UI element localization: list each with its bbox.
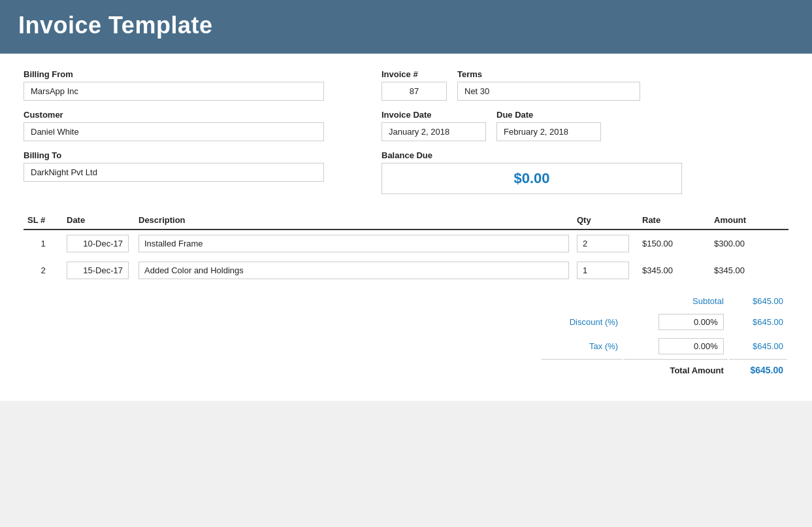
terms-input[interactable] (457, 82, 640, 101)
invoice-number-group: Invoice # (382, 69, 447, 101)
left-column: Billing From Customer Billing To (24, 69, 350, 194)
billing-from-input[interactable] (24, 82, 324, 101)
balance-due-label: Balance Due (382, 150, 788, 160)
tax-input[interactable] (658, 338, 724, 354)
table-row: 2 $345.00 $345.00 (24, 257, 788, 284)
invoice-header: Invoice Template (0, 0, 812, 54)
due-date-input[interactable] (496, 122, 601, 141)
tax-label: Tax (%) (542, 335, 622, 358)
invoice-date-group: Invoice Date (382, 110, 486, 141)
tax-input-cell (623, 335, 728, 358)
col-header-rate: Rate (638, 210, 710, 230)
table-row: 1 $150.00 $300.00 (24, 230, 788, 257)
subtotal-row: Subtotal $645.00 (542, 293, 787, 309)
row-desc (135, 257, 573, 284)
row-sl: 1 (24, 230, 63, 257)
invoice-date-input[interactable] (382, 122, 486, 141)
summary-section: Subtotal $645.00 Discount (%) $645.00 Ta… (24, 292, 788, 380)
col-header-description: Description (135, 210, 573, 230)
due-date-label: Due Date (496, 110, 601, 120)
total-row: Total Amount $645.00 (542, 359, 787, 379)
invoice-number-input[interactable] (382, 82, 447, 101)
row-rate: $150.00 (638, 230, 710, 257)
balance-due-value: $0.00 (382, 163, 682, 194)
due-date-group: Due Date (496, 110, 601, 141)
col-header-amount: Amount (710, 210, 788, 230)
col-header-date: Date (63, 210, 135, 230)
summary-table: Subtotal $645.00 Discount (%) $645.00 Ta… (540, 292, 788, 380)
invoice-terms-row: Invoice # Terms (382, 69, 788, 101)
discount-value: $645.00 (729, 311, 787, 333)
right-column: Invoice # Terms Invoice Date Du (350, 69, 788, 194)
subtotal-label: Subtotal (623, 293, 728, 309)
terms-label: Terms (457, 69, 788, 79)
customer-input[interactable] (24, 122, 324, 141)
date-cell-input[interactable] (67, 235, 129, 252)
invoice-table: SL # Date Description Qty Rate Amount 1 (24, 210, 788, 284)
row-sl: 2 (24, 257, 63, 284)
date-row: Invoice Date Due Date (382, 110, 788, 141)
total-value: $645.00 (729, 359, 787, 379)
total-label: Total Amount (623, 359, 728, 379)
billing-to-input[interactable] (24, 163, 324, 182)
billing-from-label: Billing From (24, 69, 350, 79)
table-section: SL # Date Description Qty Rate Amount 1 (24, 210, 788, 284)
invoice-number-label: Invoice # (382, 69, 447, 79)
tax-value: $645.00 (729, 335, 787, 358)
customer-label: Customer (24, 110, 350, 120)
discount-label: Discount (%) (542, 311, 622, 333)
row-desc (135, 230, 573, 257)
description-cell-input[interactable] (138, 235, 569, 252)
row-date (63, 230, 135, 257)
row-qty (573, 230, 638, 257)
table-header-row: SL # Date Description Qty Rate Amount (24, 210, 788, 230)
qty-cell-input[interactable] (577, 235, 629, 252)
discount-input[interactable] (658, 314, 724, 330)
subtotal-value: $645.00 (729, 293, 787, 309)
terms-group: Terms (457, 69, 788, 101)
row-amount: $300.00 (710, 230, 788, 257)
discount-input-cell (623, 311, 728, 333)
tax-row: Tax (%) $645.00 (542, 335, 787, 358)
col-header-sl: SL # (24, 210, 63, 230)
row-qty (573, 257, 638, 284)
row-rate: $345.00 (638, 257, 710, 284)
balance-due-section: Balance Due $0.00 (382, 150, 788, 194)
billing-to-label: Billing To (24, 150, 350, 160)
col-header-qty: Qty (573, 210, 638, 230)
date-cell-input[interactable] (67, 262, 129, 279)
qty-cell-input[interactable] (577, 262, 629, 279)
discount-row: Discount (%) $645.00 (542, 311, 787, 333)
page-wrapper: Invoice Template Billing From Customer B… (0, 0, 812, 401)
description-cell-input[interactable] (138, 262, 569, 279)
row-date (63, 257, 135, 284)
invoice-date-label: Invoice Date (382, 110, 486, 120)
top-section: Billing From Customer Billing To Invoice… (24, 69, 788, 194)
invoice-title: Invoice Template (18, 12, 794, 39)
row-amount: $345.00 (710, 257, 788, 284)
content-area: Billing From Customer Billing To Invoice… (0, 54, 812, 401)
